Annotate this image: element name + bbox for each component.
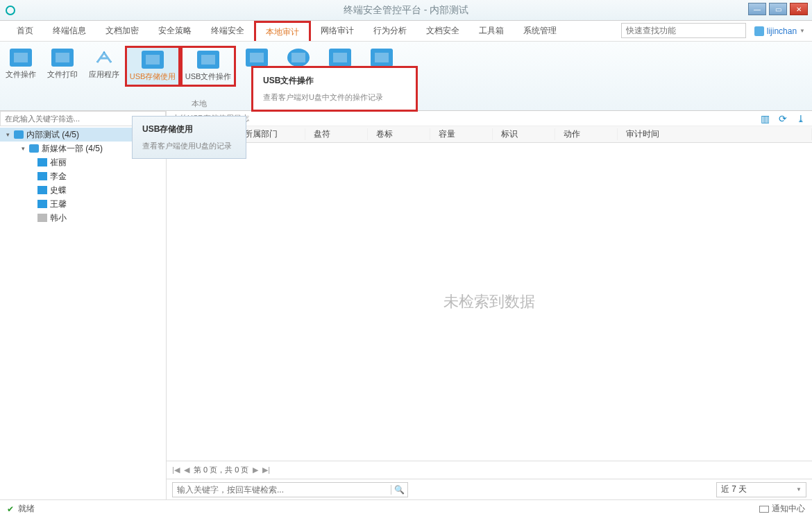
window-title: 终端安全管控平台 - 内部测试 <box>0 4 812 17</box>
toolbar-group-label: 本地 <box>192 99 207 109</box>
menu-local-audit[interactable]: 本地审计 <box>254 21 311 41</box>
folder-icon <box>10 49 32 67</box>
pc-online-icon <box>37 158 47 166</box>
notification-label: 通知中心 <box>772 503 805 515</box>
export-icon[interactable]: ⤓ <box>795 113 806 124</box>
columns-icon[interactable]: ▥ <box>759 113 770 124</box>
tree-user[interactable]: 李金 <box>0 169 166 183</box>
camera-icon <box>371 49 393 67</box>
close-button[interactable]: ✕ <box>790 3 808 15</box>
menu-system[interactable]: 系统管理 <box>514 21 566 41</box>
chevron-down-icon: ▼ <box>796 486 802 493</box>
menu-behavior[interactable]: 行为分析 <box>364 21 416 41</box>
printer-icon <box>51 49 74 67</box>
col-drive[interactable]: 盘符 <box>305 128 368 140</box>
statusbar: ✔ 就绪 通知中心 <box>0 499 812 518</box>
pc-online-icon <box>37 200 47 208</box>
tooltip-title: USB存储使用 <box>142 123 236 135</box>
refresh-icon[interactable]: ⟳ <box>777 113 788 124</box>
tree-user[interactable]: 史蝶 <box>0 183 166 197</box>
pc-online-icon <box>37 186 47 194</box>
menu-terminal-security[interactable]: 终端安全 <box>201 21 254 41</box>
mail-icon <box>759 506 769 513</box>
col-audit-time[interactable]: 审计时间 <box>618 128 812 140</box>
avatar-icon <box>754 26 764 36</box>
quick-search-input[interactable] <box>621 23 746 38</box>
main-panel: 上的USB存储使用日志 ▥ ⟳ ⤓ 操作系统账户 所属部门 盘符 卷标 容量 标… <box>167 111 812 499</box>
grid-search: 🔍 <box>172 482 408 497</box>
group-icon <box>29 144 39 153</box>
usb-icon <box>142 51 164 69</box>
collapse-icon[interactable]: ▾ <box>19 145 26 152</box>
breadcrumb: 上的USB存储使用日志 ▥ ⟳ ⤓ <box>167 111 812 126</box>
tool-usb-storage[interactable]: USB存储使用 <box>125 46 180 87</box>
tree-user[interactable]: 王馨 <box>0 197 166 211</box>
search-icon[interactable]: 🔍 <box>391 485 407 495</box>
menu-toolbox[interactable]: 工具箱 <box>469 21 514 41</box>
time-range-select[interactable]: 近 7 天 ▼ <box>716 482 806 497</box>
status-text: 就绪 <box>18 503 35 515</box>
bottom-toolbar: 🔍 近 7 天 ▼ <box>167 479 812 499</box>
window-buttons: — ▭ ✕ <box>748 3 808 15</box>
grid-body: 未检索到数据 <box>167 143 812 461</box>
col-capacity[interactable]: 容量 <box>430 128 493 140</box>
user-menu[interactable]: lijinchan ▼ <box>754 21 805 41</box>
maximize-button[interactable]: ▭ <box>769 3 787 15</box>
chevron-down-icon: ▼ <box>800 28 805 34</box>
tooltip-desc: 查看客户端对U盘中文件的操作记录 <box>263 92 406 103</box>
grid-header: 操作系统账户 所属部门 盘符 卷标 容量 标识 动作 审计时间 <box>167 126 812 143</box>
pager-prev[interactable]: ◀ <box>184 465 189 475</box>
apps-icon <box>93 49 115 67</box>
check-icon: ✔ <box>7 504 14 514</box>
pc-offline-icon <box>37 214 47 222</box>
tree-user[interactable]: 韩小 <box>0 211 166 225</box>
menu-security-policy[interactable]: 安全策略 <box>149 21 201 41</box>
menu-home[interactable]: 首页 <box>7 21 43 41</box>
pager-first[interactable]: |◀ <box>172 465 180 475</box>
sidebar: ▾ 内部测试 (4/5) ▾ 新媒体一部 (4/5) 崔丽 李金 史蝶 王馨 韩… <box>0 111 167 499</box>
notification-center[interactable]: 通知中心 <box>759 503 805 515</box>
tooltip-usb-storage: USB存储使用 查看客户端使用U盘的记录 <box>132 116 246 159</box>
org-tree: ▾ 内部测试 (4/5) ▾ 新媒体一部 (4/5) 崔丽 李金 史蝶 王馨 韩… <box>0 126 166 499</box>
pager-next[interactable]: ▶ <box>253 465 258 475</box>
tooltip-title: USB文件操作 <box>263 75 406 87</box>
tooltip-usb-file-ops: USB文件操作 查看客户端对U盘中文件的操作记录 <box>251 66 418 112</box>
pager: |◀ ◀ 第 0 页，共 0 页 ▶ ▶| <box>167 461 812 479</box>
menubar: 首页 终端信息 文档加密 安全策略 终端安全 本地审计 网络审计 行为分析 文档… <box>0 21 812 42</box>
menu-doc-security[interactable]: 文档安全 <box>416 21 469 41</box>
tooltip-desc: 查看客户端使用U盘的记录 <box>142 141 236 151</box>
col-id[interactable]: 标识 <box>493 128 555 140</box>
usb-folder-icon <box>197 51 219 69</box>
group-icon <box>14 130 24 139</box>
tool-apps[interactable]: 应用程序 <box>83 46 125 83</box>
pager-text: 第 0 页，共 0 页 <box>194 465 248 475</box>
minimize-button[interactable]: — <box>748 3 766 15</box>
col-dept[interactable]: 所属部门 <box>236 128 305 140</box>
collapse-icon[interactable]: ▾ <box>4 131 11 138</box>
tool-file-ops[interactable]: 文件操作 <box>0 46 42 83</box>
menu-terminal-info[interactable]: 终端信息 <box>43 21 96 41</box>
server-icon <box>329 49 351 67</box>
clipboard-icon <box>246 49 268 67</box>
tool-usb-file-ops[interactable]: USB文件操作 <box>180 46 236 87</box>
col-action[interactable]: 动作 <box>555 128 618 140</box>
col-volume[interactable]: 卷标 <box>368 128 430 140</box>
menu-network-audit[interactable]: 网络审计 <box>311 21 364 41</box>
pager-last[interactable]: ▶| <box>262 465 270 475</box>
grid-search-input[interactable] <box>173 485 391 495</box>
pc-online-icon <box>37 172 47 180</box>
user-name: lijinchan <box>767 26 797 36</box>
time-range-label: 近 7 天 <box>721 484 747 495</box>
disc-icon <box>287 49 310 67</box>
empty-state-text: 未检索到数据 <box>443 291 535 312</box>
tool-file-print[interactable]: 文件打印 <box>42 46 83 83</box>
menu-doc-encrypt[interactable]: 文档加密 <box>96 21 149 41</box>
titlebar: 终端安全管控平台 - 内部测试 — ▭ ✕ <box>0 0 812 21</box>
